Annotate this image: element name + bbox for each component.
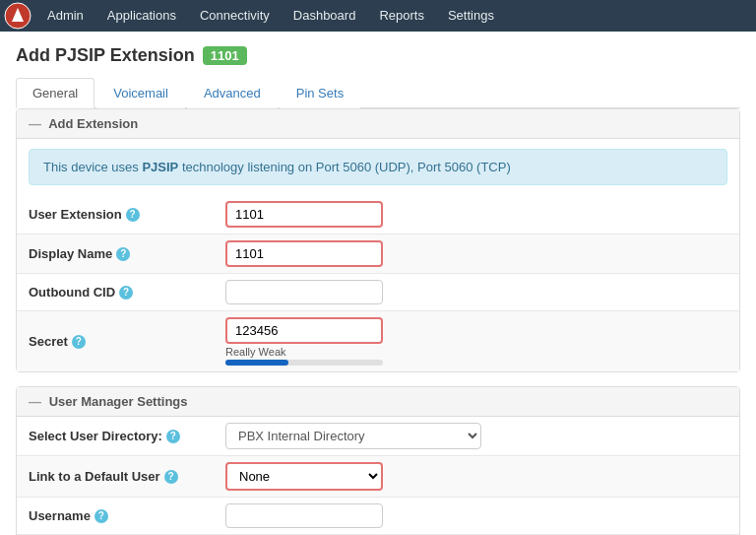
help-outbound-cid[interactable]: ? bbox=[119, 286, 133, 300]
page-title: Add PJSIP Extension bbox=[16, 45, 195, 66]
label-outbound-cid: Outbound CID ? bbox=[29, 285, 225, 300]
input-user-extension[interactable] bbox=[225, 201, 383, 228]
help-display-name[interactable]: ? bbox=[116, 247, 130, 261]
help-select-user-directory[interactable]: ? bbox=[166, 430, 180, 443]
field-outbound-cid: Outbound CID ? bbox=[17, 274, 739, 311]
user-manager-section: — User Manager Settings Select User Dire… bbox=[16, 386, 740, 535]
label-secret: Secret ? bbox=[29, 334, 225, 349]
tabs-bar: General Voicemail Advanced Pin Sets bbox=[16, 78, 740, 108]
tab-general[interactable]: General bbox=[16, 78, 94, 108]
input-outbound-cid[interactable] bbox=[225, 280, 383, 304]
select-user-directory[interactable]: PBX Internal Directory bbox=[225, 423, 481, 449]
logo-icon bbox=[4, 2, 32, 30]
tab-advanced[interactable]: Advanced bbox=[187, 78, 278, 108]
nav-applications[interactable]: Applications bbox=[95, 0, 188, 32]
help-link-default-user[interactable]: ? bbox=[164, 470, 178, 484]
label-display-name: Display Name ? bbox=[29, 246, 225, 261]
add-extension-section: — Add Extension This device uses PJSIP t… bbox=[16, 108, 740, 372]
nav-connectivity[interactable]: Connectivity bbox=[188, 0, 282, 32]
add-extension-header: — Add Extension bbox=[17, 109, 739, 139]
input-display-name[interactable] bbox=[225, 240, 383, 267]
tab-voicemail[interactable]: Voicemail bbox=[96, 78, 185, 108]
select-link-default-user[interactable]: None bbox=[225, 462, 383, 491]
label-username: Username ? bbox=[29, 508, 225, 523]
field-user-extension: User Extension ? bbox=[17, 195, 739, 234]
nav-settings[interactable]: Settings bbox=[436, 0, 506, 32]
strength-bar-bg bbox=[225, 360, 383, 366]
page-content: Add PJSIP Extension 1101 General Voicema… bbox=[0, 32, 756, 535]
help-username[interactable]: ? bbox=[94, 509, 108, 523]
label-select-user-directory: Select User Directory: ? bbox=[29, 429, 225, 443]
field-display-name: Display Name ? bbox=[17, 234, 739, 274]
help-user-extension[interactable]: ? bbox=[126, 208, 140, 222]
nav-reports[interactable]: Reports bbox=[367, 0, 436, 32]
field-select-user-directory: Select User Directory: ? PBX Internal Di… bbox=[17, 417, 739, 456]
field-secret: Secret ? Really Weak bbox=[17, 311, 739, 371]
strength-bar-fill bbox=[225, 360, 288, 366]
pjsip-info-box: This device uses PJSIP technology listen… bbox=[29, 149, 727, 185]
field-username: Username ? bbox=[17, 498, 739, 535]
top-navigation: Admin Applications Connectivity Dashboar… bbox=[0, 0, 756, 32]
nav-dashboard[interactable]: Dashboard bbox=[282, 0, 368, 32]
help-secret[interactable]: ? bbox=[72, 335, 86, 349]
label-link-default-user: Link to a Default User ? bbox=[29, 469, 225, 484]
label-user-extension: User Extension ? bbox=[29, 207, 225, 222]
nav-admin[interactable]: Admin bbox=[35, 0, 95, 32]
field-link-default-user: Link to a Default User ? None bbox=[17, 456, 739, 498]
input-username[interactable] bbox=[225, 503, 383, 528]
input-secret[interactable] bbox=[225, 317, 383, 344]
page-title-area: Add PJSIP Extension 1101 bbox=[16, 45, 740, 66]
strength-label: Really Weak bbox=[225, 346, 727, 358]
extension-badge: 1101 bbox=[203, 46, 247, 65]
user-manager-header: — User Manager Settings bbox=[17, 387, 739, 417]
tab-pin-sets[interactable]: Pin Sets bbox=[280, 78, 360, 108]
pjsip-tech-label: PJSIP bbox=[142, 160, 178, 174]
